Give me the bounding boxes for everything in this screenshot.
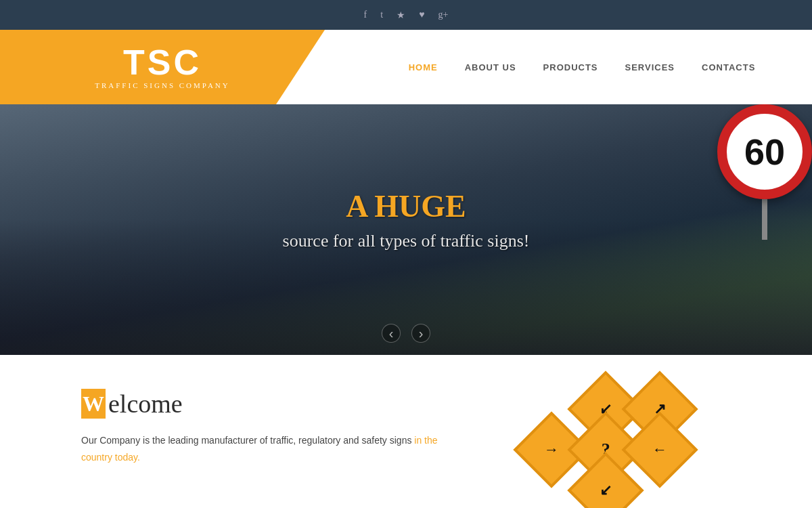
sign-5: ← <box>621 411 698 488</box>
hero-content: A HUGE source for all types of traffic s… <box>283 188 530 251</box>
social-bar: f t ★ ♥ g+ <box>0 0 812 30</box>
speed-pole <box>762 199 767 240</box>
diamond-grid: ↙ ↗ → ? ← ↙ <box>511 382 714 508</box>
speed-sign: 60 <box>717 104 812 240</box>
welcome-body-text: Our Company is the leading manufacturer … <box>81 435 414 446</box>
carousel-next-button[interactable]: › <box>411 324 430 343</box>
logo: TSC TRAFFIC SIGNS COMPANY <box>95 45 230 89</box>
hero-title: A HUGE <box>283 188 530 224</box>
header: TSC TRAFFIC SIGNS COMPANY HOME ABOUT US … <box>0 30 812 104</box>
hero-subtitle: source for all types of traffic signs! <box>283 231 530 251</box>
googleplus-icon[interactable]: g+ <box>438 9 448 20</box>
carousel-prev-button[interactable]: ‹ <box>382 324 401 343</box>
logo-tsc: TSC <box>95 45 230 80</box>
welcome-rest: elcome <box>108 389 183 419</box>
logo-subtitle: TRAFFIC SIGNS COMPANY <box>95 81 230 89</box>
nav-home[interactable]: HOME <box>409 62 438 72</box>
facebook-icon[interactable]: f <box>364 9 367 20</box>
twitter-icon[interactable]: t <box>380 9 383 20</box>
welcome-w-letter: W <box>83 391 104 417</box>
nav-services[interactable]: SERVICES <box>625 62 675 72</box>
pinterest-icon[interactable]: ♥ <box>419 9 424 20</box>
hero-section: 60 A HUGE source for all types of traffi… <box>0 104 812 355</box>
carousel-controls: ‹ › <box>382 324 430 343</box>
navigation: HOME ABOUT US PRODUCTS SERVICES CONTACTS <box>325 30 812 104</box>
speed-circle: 60 <box>717 104 812 199</box>
welcome-text: W elcome Our Company is the leading manu… <box>81 389 453 466</box>
speed-number: 60 <box>744 131 785 173</box>
welcome-body: Our Company is the leading manufacturer … <box>81 432 453 466</box>
logo-area[interactable]: TSC TRAFFIC SIGNS COMPANY <box>0 30 325 104</box>
signs-area: ↙ ↗ → ? ← ↙ <box>494 389 731 508</box>
welcome-section: W elcome Our Company is the leading manu… <box>0 355 812 508</box>
welcome-heading: W elcome <box>81 389 453 419</box>
welcome-w-block: W <box>81 389 106 419</box>
nav-about[interactable]: ABOUT US <box>465 62 516 72</box>
nav-products[interactable]: PRODUCTS <box>543 62 598 72</box>
instagram-icon[interactable]: ★ <box>397 9 405 21</box>
nav-contacts[interactable]: CONTACTS <box>702 62 755 72</box>
